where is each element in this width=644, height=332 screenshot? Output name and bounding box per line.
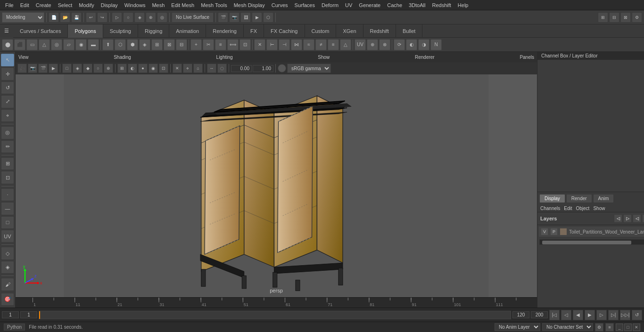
- smooth-icon[interactable]: ⊟: [176, 39, 187, 50]
- sel-mode2[interactable]: ◈: [73, 64, 82, 73]
- play-back-btn[interactable]: ◀: [573, 310, 583, 320]
- cut-icon[interactable]: ✂: [203, 39, 214, 50]
- prev-frame-btn[interactable]: ◁: [561, 310, 571, 320]
- extrude-icon[interactable]: ⬆: [102, 39, 114, 50]
- torus-icon[interactable]: ◎: [51, 39, 62, 50]
- layout3-icon[interactable]: ⊠: [620, 12, 631, 23]
- append-icon[interactable]: +: [190, 39, 202, 50]
- menu-deform[interactable]: Deform: [318, 1, 342, 9]
- scale-tool-btn[interactable]: ⤢: [1, 95, 14, 108]
- play-fwd-btn[interactable]: ▶: [585, 310, 595, 320]
- vertex-btn[interactable]: ·: [1, 188, 14, 201]
- uv-icon[interactable]: UV: [355, 39, 366, 50]
- sel-mode5[interactable]: ⊕: [104, 64, 113, 73]
- layer-v-toggle[interactable]: V: [541, 228, 548, 235]
- tab-polygons[interactable]: Polygons: [68, 24, 103, 38]
- sym-btn[interactable]: ↔: [207, 64, 216, 73]
- reduce-icon[interactable]: △: [340, 39, 351, 50]
- plane-icon[interactable]: ▱: [63, 39, 74, 50]
- menu-curves[interactable]: Curves: [268, 1, 291, 9]
- cb-tab-anim[interactable]: Anim: [593, 194, 614, 203]
- conform-icon[interactable]: ≡: [328, 39, 339, 50]
- harden-icon[interactable]: ≠: [315, 39, 327, 50]
- collapse-icon[interactable]: ⊡: [239, 39, 251, 50]
- win-minimize[interactable]: _: [616, 324, 623, 331]
- layer-row[interactable]: V P Toilet_Partitions_Wood_Veneer_Lamin: [538, 226, 644, 237]
- menu-redshift[interactable]: Redshift: [429, 1, 454, 9]
- layout2-icon[interactable]: ⊟: [609, 12, 619, 23]
- menu-mesh-display[interactable]: Mesh Display: [231, 1, 268, 9]
- snap-btn3[interactable]: ⌂: [193, 64, 203, 73]
- lasso-icon[interactable]: ○: [123, 12, 133, 23]
- insert-icon[interactable]: ≡: [215, 39, 226, 50]
- uvs-btn[interactable]: UV: [1, 230, 14, 243]
- display-mode5[interactable]: ⊡: [159, 64, 168, 73]
- menu-help[interactable]: Help: [454, 1, 472, 9]
- gamma-input1[interactable]: [231, 65, 252, 72]
- cb-menu-object[interactable]: Object: [576, 206, 590, 211]
- menu-edit-mesh[interactable]: Edit Mesh: [168, 1, 198, 9]
- fill-icon[interactable]: ⬢: [127, 39, 138, 50]
- colorspace-dropdown[interactable]: sRGB gamma: [287, 64, 331, 73]
- tab-animation[interactable]: Animation: [169, 24, 206, 38]
- render2-icon[interactable]: 📷: [229, 12, 239, 23]
- viewport[interactable]: View Shading Lighting Show Renderer Pane…: [16, 52, 537, 297]
- layer-p-toggle[interactable]: P: [550, 228, 558, 235]
- tab-xgen[interactable]: XGen: [336, 24, 363, 38]
- frame-max-input[interactable]: [531, 311, 548, 318]
- weld-icon[interactable]: ⋈: [291, 39, 302, 50]
- layer-next-btn[interactable]: ▷: [642, 214, 644, 223]
- menu-3dto[interactable]: 3DtoAll: [405, 1, 429, 9]
- bevel-lt-btn[interactable]: ◈: [1, 261, 14, 274]
- mirror-icon[interactable]: ⊢: [266, 39, 278, 50]
- vp-menu-view[interactable]: View: [18, 55, 29, 60]
- paint-icon[interactable]: ◈: [134, 12, 145, 23]
- menu-icon[interactable]: ☰: [0, 24, 13, 38]
- layer-color-swatch[interactable]: [560, 228, 567, 235]
- cone-icon[interactable]: △: [39, 39, 50, 50]
- menu-mesh-tools[interactable]: Mesh Tools: [198, 1, 230, 9]
- rotate-tool-btn[interactable]: ↺: [1, 81, 14, 94]
- normal-icon[interactable]: N: [430, 39, 442, 50]
- cb-scrollbar[interactable]: [539, 239, 644, 245]
- cb-tab-render[interactable]: Render: [566, 194, 592, 203]
- vp-menu-renderer[interactable]: Renderer: [415, 55, 435, 60]
- vp-menu-show[interactable]: Show: [318, 55, 330, 60]
- new-file-icon[interactable]: 📄: [49, 12, 59, 23]
- select-tool-btn[interactable]: ↖: [1, 54, 14, 66]
- save-file-icon[interactable]: 💾: [71, 12, 82, 23]
- win-restore[interactable]: □: [624, 324, 632, 331]
- display-mode4[interactable]: ◉: [149, 64, 158, 73]
- menu-file[interactable]: File: [2, 1, 17, 9]
- menu-surfaces[interactable]: Surfaces: [291, 1, 318, 9]
- status-icon1[interactable]: ⚙: [595, 323, 603, 332]
- layer-add-btn[interactable]: ◁: [614, 214, 622, 223]
- menu-generate[interactable]: Generate: [355, 1, 384, 9]
- connect-icon[interactable]: ⟺: [227, 39, 239, 50]
- win-close[interactable]: ✕: [633, 324, 640, 331]
- menu-cache[interactable]: Cache: [384, 1, 405, 9]
- tab-curves-surfaces[interactable]: Curves / Surfaces: [13, 24, 68, 38]
- move-tool-btn[interactable]: ✛: [1, 67, 14, 80]
- anim-layer-dropdown[interactable]: No Anim Layer: [495, 323, 540, 331]
- snap-grid-btn[interactable]: ⊡: [1, 171, 14, 184]
- cb-menu-channels[interactable]: Channels: [540, 206, 560, 211]
- cam-icon-btn[interactable]: 🎯: [1, 293, 14, 306]
- layer-prev-btn[interactable]: ◁: [633, 214, 641, 223]
- tab-rigging[interactable]: Rigging: [138, 24, 169, 38]
- tab-rendering[interactable]: Rendering: [206, 24, 244, 38]
- cb-menu-edit[interactable]: Edit: [564, 206, 572, 211]
- tab-sculpting[interactable]: Sculpting: [103, 24, 138, 38]
- flip-icon[interactable]: ⊣: [279, 39, 290, 50]
- cb-scrollbar-thumb[interactable]: [542, 241, 631, 244]
- menu-display[interactable]: Display: [98, 1, 121, 9]
- render5-icon[interactable]: ⬡: [263, 12, 273, 23]
- python-label[interactable]: Python: [4, 324, 25, 331]
- cube-icon[interactable]: ⬛: [14, 39, 25, 50]
- gamma-input2[interactable]: [253, 65, 273, 72]
- snap-btn2[interactable]: ⋄: [183, 64, 192, 73]
- current-frame-input[interactable]: [20, 311, 37, 318]
- display-mode2[interactable]: ◐: [128, 64, 137, 73]
- transform-tool-btn[interactable]: ⌖: [1, 109, 14, 122]
- pivot-icon[interactable]: ✕: [254, 39, 265, 50]
